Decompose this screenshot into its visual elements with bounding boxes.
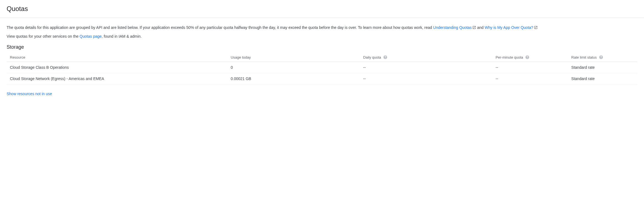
intro-text-2b: , found in IAM & admin. (102, 34, 142, 39)
page-title: Quotas (7, 5, 637, 13)
col-header-minute: Per-minute quota (492, 53, 568, 62)
cell-daily: -- (360, 62, 492, 73)
help-icon[interactable] (525, 55, 530, 59)
cell-minute: -- (492, 73, 568, 84)
col-header-usage: Usage today (227, 53, 360, 62)
intro-text: The quota details for this application a… (7, 24, 596, 39)
cell-usage: 0 (227, 62, 360, 73)
cell-minute: -- (492, 62, 568, 73)
cell-resource: Cloud Storage Network (Egress) - America… (7, 73, 227, 84)
section-title-storage: Storage (7, 44, 637, 50)
help-icon[interactable] (383, 55, 388, 59)
table-row: Cloud Storage Class B Operations 0 -- --… (7, 62, 637, 73)
help-icon[interactable] (599, 55, 603, 59)
show-resources-link[interactable]: Show resources not in use (7, 92, 52, 96)
col-header-rate: Rate limit status (568, 53, 637, 62)
show-resources-container: Show resources not in use (7, 92, 637, 96)
intro-between-links: and (476, 25, 485, 30)
table-header-row: Resource Usage today Daily quota Per-min… (7, 53, 637, 62)
col-header-daily: Daily quota (360, 53, 492, 62)
quotas-page-link[interactable]: Quotas page (80, 34, 102, 39)
table-row: Cloud Storage Network (Egress) - America… (7, 73, 637, 84)
external-link-icon (534, 25, 538, 31)
cell-resource: Cloud Storage Class B Operations (7, 62, 227, 73)
col-header-resource: Resource (7, 53, 227, 62)
intro-text-2a: View quotas for your other services on t… (7, 34, 80, 39)
intro-text-1: The quota details for this application a… (7, 25, 433, 30)
quota-table: Resource Usage today Daily quota Per-min… (7, 53, 637, 84)
cell-daily: -- (360, 73, 492, 84)
page-content: The quota details for this application a… (0, 18, 644, 96)
intro-paragraph-2: View quotas for your other services on t… (7, 33, 596, 39)
why-over-quota-link[interactable]: Why is My App Over Quota? (485, 25, 533, 30)
cell-rate: Standard rate (568, 62, 637, 73)
page-header: Quotas (0, 0, 644, 18)
understanding-quotas-link[interactable]: Understanding Quotas (433, 25, 472, 30)
cell-usage: 0.00021 GB (227, 73, 360, 84)
intro-paragraph-1: The quota details for this application a… (7, 24, 596, 31)
cell-rate: Standard rate (568, 73, 637, 84)
external-link-icon (472, 25, 476, 31)
